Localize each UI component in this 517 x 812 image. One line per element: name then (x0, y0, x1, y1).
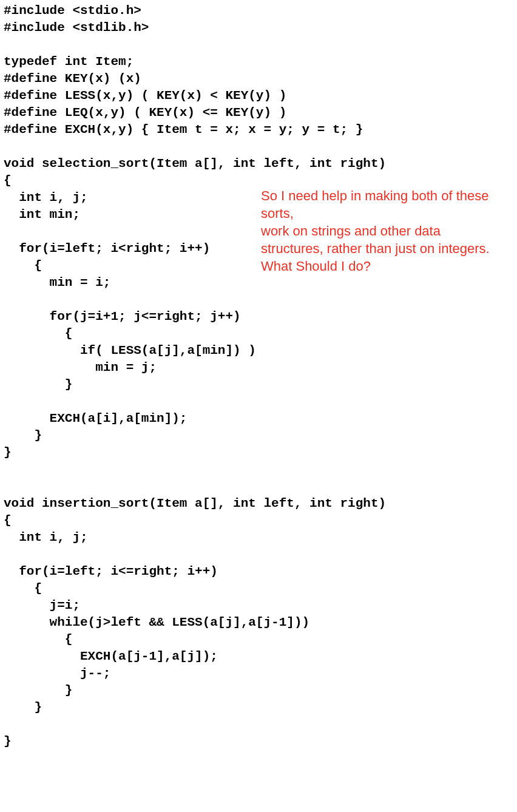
annotation-comment: So I need help in making both of these s… (261, 187, 498, 275)
code-block: #include <stdio.h> #include <stdlib.h> t… (0, 0, 517, 750)
